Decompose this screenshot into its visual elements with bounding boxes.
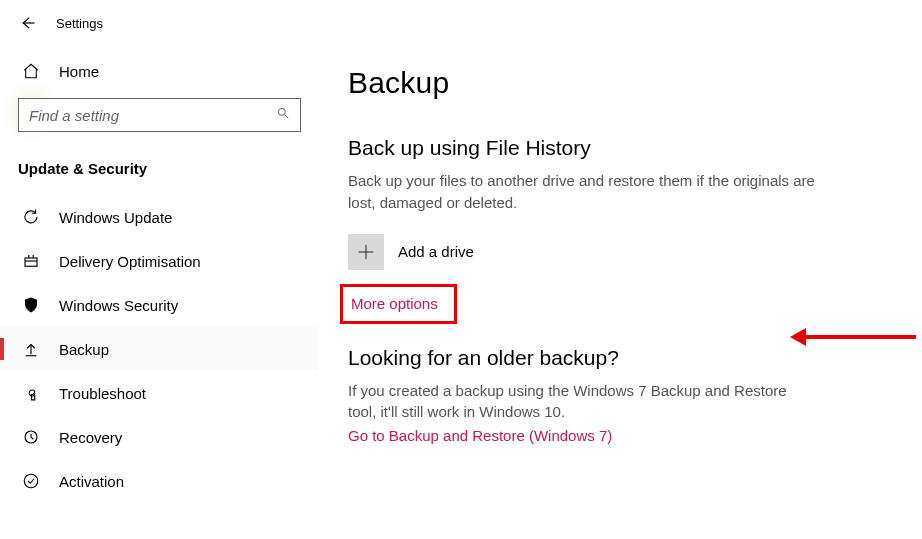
back-button[interactable] [18, 14, 36, 32]
section-heading: Update & Security [18, 160, 301, 177]
title-bar: Settings [0, 0, 922, 42]
older-backup-description: If you created a backup using the Window… [348, 380, 818, 424]
shield-icon [22, 296, 40, 314]
wrench-icon [22, 384, 40, 402]
search-icon [276, 106, 290, 124]
sidebar-item-label: Recovery [59, 429, 122, 446]
sidebar-item-activation[interactable]: Activation [0, 459, 319, 503]
sidebar-item-label: Backup [59, 341, 109, 358]
svg-rect-1 [25, 258, 37, 266]
backup-restore-link[interactable]: Go to Backup and Restore (Windows 7) [348, 427, 612, 444]
annotation-highlight: More options [340, 284, 457, 324]
plus-icon [348, 234, 384, 270]
home-nav[interactable]: Home [18, 52, 301, 90]
sidebar-item-recovery[interactable]: Recovery [0, 415, 319, 459]
sidebar-item-label: Troubleshoot [59, 385, 146, 402]
older-backup-heading: Looking for an older backup? [348, 346, 894, 370]
sidebar-item-troubleshoot[interactable]: Troubleshoot [0, 371, 319, 415]
recovery-icon [22, 428, 40, 446]
add-drive-button[interactable]: Add a drive [348, 234, 894, 270]
sidebar-item-windows-security[interactable]: Windows Security [0, 283, 319, 327]
svg-point-0 [278, 108, 285, 115]
sidebar-item-delivery-optimisation[interactable]: Delivery Optimisation [0, 239, 319, 283]
sidebar-item-label: Delivery Optimisation [59, 253, 201, 270]
sidebar-item-windows-update[interactable]: Windows Update [0, 195, 319, 239]
nav-list: Windows Update Delivery Optimisation [0, 195, 319, 503]
home-icon [22, 62, 40, 80]
search-box[interactable] [18, 98, 301, 132]
backup-icon [22, 340, 40, 358]
search-input[interactable] [29, 107, 276, 124]
file-history-heading: Back up using File History [348, 136, 894, 160]
page-title: Backup [348, 66, 894, 100]
sidebar: Home Update & Security Windows [0, 42, 320, 539]
add-drive-label: Add a drive [398, 243, 474, 260]
svg-point-3 [24, 474, 38, 488]
annotation-arrow [790, 328, 916, 346]
app-title: Settings [56, 16, 103, 31]
check-icon [22, 472, 40, 490]
more-options-link[interactable]: More options [351, 295, 438, 312]
main-pane: Backup Back up using File History Back u… [320, 42, 922, 539]
sync-icon [22, 208, 40, 226]
sidebar-item-label: Windows Update [59, 209, 172, 226]
delivery-icon [22, 252, 40, 270]
sidebar-item-label: Windows Security [59, 297, 178, 314]
sidebar-item-label: Activation [59, 473, 124, 490]
sidebar-item-backup[interactable]: Backup [0, 327, 319, 371]
file-history-description: Back up your files to another drive and … [348, 170, 818, 214]
home-label: Home [59, 63, 99, 80]
